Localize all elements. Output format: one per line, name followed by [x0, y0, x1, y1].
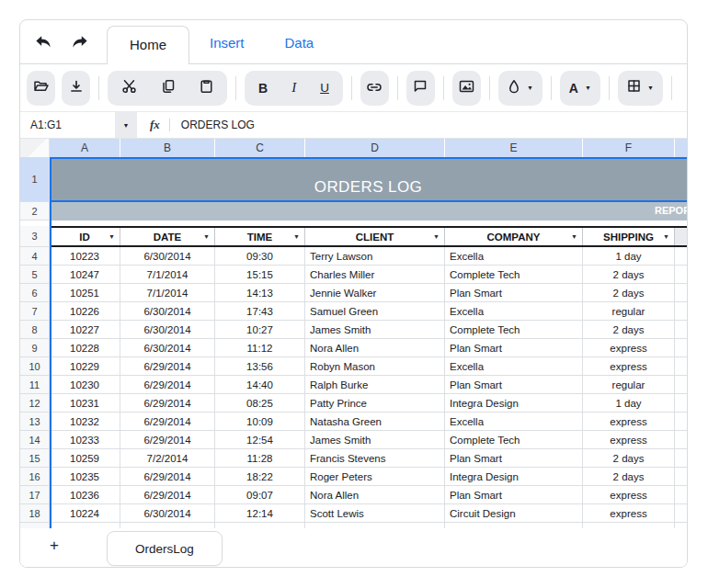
- filter-dropdown-icon[interactable]: ▼: [571, 233, 577, 240]
- cell[interactable]: Plan Smart: [445, 486, 583, 504]
- column-header-f[interactable]: F: [583, 139, 675, 157]
- cell[interactable]: Excella: [445, 302, 583, 321]
- cell[interactable]: 6/30/2014: [120, 302, 215, 321]
- cell[interactable]: 10231: [50, 394, 120, 413]
- row-header-17[interactable]: 17: [20, 486, 50, 504]
- cell[interactable]: 10232: [50, 413, 120, 431]
- cell[interactable]: 17:43: [215, 302, 305, 321]
- sheet-tab-orderslog[interactable]: OrdersLog: [107, 531, 223, 566]
- formula-input[interactable]: ORDERS LOG: [181, 119, 255, 131]
- cell[interactable]: 6/29/2014: [120, 413, 215, 431]
- cell[interactable]: 08:25: [215, 394, 305, 413]
- cell[interactable]: 6/30/2014: [120, 339, 215, 357]
- cell[interactable]: Nora Allen: [305, 486, 445, 504]
- download-button[interactable]: [62, 71, 90, 106]
- cell[interactable]: regular: [583, 302, 675, 321]
- cell[interactable]: 6/29/2014: [120, 431, 215, 449]
- cell[interactable]: 10235: [50, 468, 120, 486]
- undo-button[interactable]: [33, 31, 55, 53]
- cell[interactable]: Roger Peters: [305, 468, 445, 486]
- cell[interactable]: 7/2/2014: [120, 449, 215, 468]
- row-header-11[interactable]: 11: [20, 376, 50, 394]
- cell[interactable]: 6/30/2014: [120, 247, 215, 266]
- cell[interactable]: 10251: [50, 284, 120, 302]
- cell[interactable]: Circuit Design: [445, 504, 583, 523]
- cell[interactable]: Integra Design: [445, 394, 583, 413]
- cell[interactable]: James Smith: [305, 321, 445, 339]
- cell[interactable]: Complete Tech: [445, 266, 583, 284]
- cell[interactable]: 1 day: [583, 394, 675, 413]
- filter-header-shipping[interactable]: SHIPPING▼: [583, 228, 675, 245]
- tab-home[interactable]: Home: [107, 26, 189, 64]
- row-header-13[interactable]: 13: [20, 413, 50, 431]
- cell[interactable]: Nora Allen: [305, 339, 445, 357]
- cell[interactable]: 11:28: [215, 449, 305, 468]
- name-box-dropdown[interactable]: ▼: [115, 112, 137, 138]
- row-header-6[interactable]: 6: [20, 284, 50, 302]
- underline-button[interactable]: U: [320, 81, 329, 95]
- row-header-8[interactable]: 8: [20, 321, 50, 339]
- borders-button[interactable]: ▼: [618, 71, 663, 106]
- cell[interactable]: 6/29/2014: [120, 468, 215, 486]
- tab-data[interactable]: Data: [281, 35, 318, 51]
- row-header-2[interactable]: 2: [20, 202, 50, 220]
- fill-color-button[interactable]: ▼: [498, 71, 542, 106]
- cell[interactable]: Scott Lewis: [305, 504, 445, 523]
- title-cell[interactable]: ORDERS LOG: [50, 157, 687, 202]
- cell[interactable]: 10:09: [215, 413, 305, 431]
- cell[interactable]: 7/1/2014: [120, 284, 215, 302]
- filter-dropdown-icon[interactable]: ▼: [108, 233, 115, 240]
- insert-image-button[interactable]: [452, 71, 481, 106]
- cell[interactable]: Excella: [445, 413, 583, 431]
- cell[interactable]: 12:54: [215, 431, 305, 449]
- cell[interactable]: 6/30/2014: [120, 321, 215, 339]
- cell[interactable]: express: [583, 504, 675, 523]
- row-header-7[interactable]: 7: [20, 302, 50, 321]
- filter-header-id[interactable]: ID▼: [50, 228, 120, 245]
- cell[interactable]: 13:56: [215, 357, 305, 376]
- cell[interactable]: 10229: [50, 357, 120, 376]
- cell[interactable]: 2 days: [583, 284, 675, 302]
- cell[interactable]: Excella: [445, 357, 583, 376]
- filter-dropdown-icon[interactable]: ▼: [293, 233, 300, 240]
- cell[interactable]: 10223: [50, 247, 120, 266]
- cell[interactable]: express: [583, 431, 675, 449]
- cell[interactable]: 09:07: [215, 486, 305, 504]
- cell[interactable]: 2 days: [583, 266, 675, 284]
- cell[interactable]: 10236: [50, 486, 120, 504]
- cell[interactable]: 10227: [50, 321, 120, 339]
- cell[interactable]: Francis Stevens: [305, 449, 445, 468]
- column-header-g-partial[interactable]: [675, 139, 687, 157]
- cut-icon[interactable]: [121, 79, 137, 97]
- column-header-b[interactable]: B: [120, 139, 215, 157]
- cell[interactable]: Patty Prince: [305, 394, 445, 413]
- cell[interactable]: 2 days: [583, 449, 675, 468]
- row-header-14[interactable]: 14: [20, 431, 50, 449]
- cell[interactable]: 10226: [50, 302, 120, 321]
- cell[interactable]: 10233: [50, 431, 120, 449]
- cell[interactable]: express: [583, 486, 675, 504]
- font-color-button[interactable]: A ▼: [560, 71, 600, 106]
- filter-header-client[interactable]: CLIENT▼: [305, 228, 445, 245]
- row-header-15[interactable]: 15: [20, 449, 50, 468]
- tab-insert[interactable]: Insert: [206, 35, 248, 51]
- italic-button[interactable]: I: [291, 80, 296, 96]
- filter-header-date[interactable]: DATE▼: [120, 228, 215, 245]
- cell[interactable]: Jennie Walker: [305, 284, 445, 302]
- cell[interactable]: 12:14: [215, 504, 305, 523]
- cell[interactable]: 7/1/2014: [120, 266, 215, 284]
- cell[interactable]: 10230: [50, 376, 120, 394]
- row-header-10[interactable]: 10: [20, 357, 50, 376]
- cell[interactable]: 10228: [50, 339, 120, 357]
- column-header-e[interactable]: E: [445, 139, 583, 157]
- cell[interactable]: express: [583, 357, 675, 376]
- cell[interactable]: Plan Smart: [445, 284, 583, 302]
- cell[interactable]: Complete Tech: [445, 431, 583, 449]
- cell[interactable]: 10259: [50, 449, 120, 468]
- row-header-18[interactable]: 18: [20, 504, 50, 523]
- cell[interactable]: 6/29/2014: [120, 376, 215, 394]
- open-file-button[interactable]: [27, 71, 55, 106]
- cell[interactable]: 09:30: [215, 247, 305, 266]
- cell[interactable]: Robyn Mason: [305, 357, 445, 376]
- comment-button[interactable]: [406, 71, 435, 106]
